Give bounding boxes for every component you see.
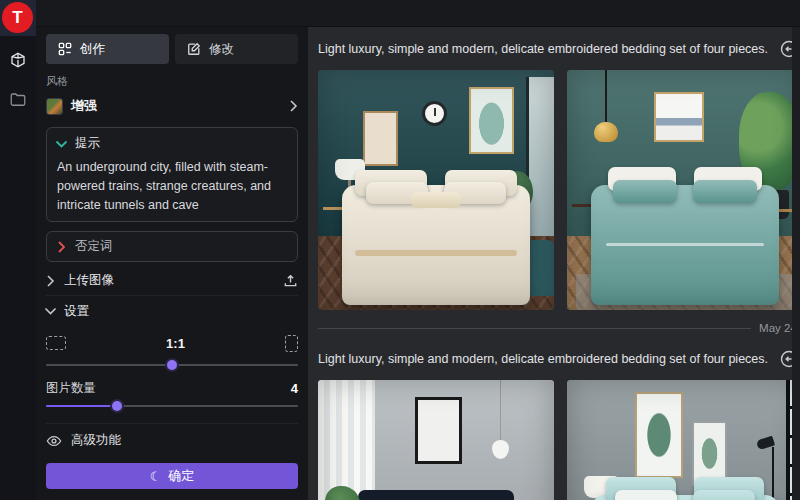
- edit-icon: [187, 42, 201, 56]
- upload-icon[interactable]: [283, 273, 298, 288]
- generation-header: Light luxury, simple and modern, delicat…: [318, 27, 800, 70]
- confirm-button[interactable]: ☾ 确定: [46, 463, 298, 489]
- top-bar: [0, 0, 800, 27]
- mode-tabs: 创作 修改: [46, 34, 298, 64]
- settings-header-row[interactable]: 设置: [46, 296, 298, 326]
- prompt-input-text[interactable]: An underground city, filled with steam-p…: [57, 158, 287, 214]
- portrait-ratio-icon[interactable]: [285, 335, 298, 352]
- app-window: T 创作 修改: [0, 0, 800, 500]
- grid-icon: [58, 42, 72, 56]
- tab-create-label: 创作: [80, 41, 105, 58]
- bed: [591, 495, 780, 500]
- wall-art: [654, 92, 704, 142]
- wall-art: [469, 87, 514, 154]
- style-value: 增强: [71, 97, 281, 115]
- folder-icon[interactable]: [0, 85, 36, 115]
- negative-prompt-box[interactable]: 否定词: [46, 231, 298, 262]
- gallery-panel: Light luxury, simple and modern, delicat…: [308, 27, 800, 500]
- bed: [591, 185, 780, 305]
- chevron-right-icon: [289, 100, 298, 112]
- image-grid-row-1: [318, 70, 800, 310]
- image-count-row: 图片数量 4: [46, 380, 298, 397]
- date-divider: May 24,: [318, 319, 800, 337]
- duvet-trim: [355, 250, 517, 256]
- chevron-right-icon: [57, 241, 66, 253]
- left-rail: T: [0, 0, 36, 500]
- cushion: [411, 192, 460, 208]
- tab-edit-label: 修改: [209, 41, 234, 58]
- upload-image-label: 上传图像: [64, 272, 114, 289]
- image-grid-row-2: [318, 380, 800, 500]
- duvet-trim: [606, 243, 765, 246]
- image-count-label: 图片数量: [46, 380, 96, 397]
- negative-prompt-header[interactable]: 否定词: [57, 238, 287, 255]
- wall-art: [692, 421, 727, 486]
- moon-sparkle-icon: ☾: [150, 469, 162, 484]
- aspect-ratio-slider[interactable]: [46, 358, 298, 372]
- landscape-ratio-icon[interactable]: [46, 336, 66, 350]
- confirm-button-label: 确定: [168, 467, 194, 485]
- slider-fill: [46, 405, 117, 407]
- negative-prompt-label: 否定词: [75, 238, 113, 255]
- prompt-header[interactable]: 提示: [57, 135, 287, 152]
- curtain: [318, 380, 375, 500]
- pendant-lamp: [605, 70, 607, 122]
- image-count-slider[interactable]: [46, 399, 298, 413]
- advanced-features-row[interactable]: 高级功能: [46, 423, 298, 457]
- settings-label: 设置: [64, 303, 89, 320]
- headboard: [358, 490, 514, 500]
- style-thumbnail: [46, 98, 63, 115]
- floor-lamp: [772, 447, 774, 500]
- generated-image-3[interactable]: [318, 380, 554, 500]
- pillow: [693, 490, 755, 500]
- wall-art: [363, 111, 398, 166]
- bed: [342, 185, 531, 305]
- generation-prompt-text: Light luxury, simple and modern, delicat…: [318, 352, 768, 366]
- chevron-down-icon: [57, 138, 66, 150]
- generation-header: Light luxury, simple and modern, delicat…: [318, 337, 800, 380]
- cube-icon[interactable]: [0, 45, 36, 75]
- eye-icon: [46, 433, 62, 449]
- slider-handle[interactable]: [112, 401, 122, 411]
- generated-image-2[interactable]: [567, 70, 800, 310]
- wall-clock: [422, 101, 447, 126]
- scrollbar[interactable]: [792, 27, 800, 500]
- generation-prompt-text: Light luxury, simple and modern, delicat…: [318, 42, 768, 56]
- aspect-ratio-value: 1:1: [66, 336, 285, 351]
- wall-art: [635, 392, 682, 478]
- image-count-value: 4: [291, 381, 298, 396]
- app-logo[interactable]: T: [2, 2, 33, 33]
- tab-edit[interactable]: 修改: [175, 34, 298, 64]
- aspect-ratio-row: 1:1: [46, 330, 298, 356]
- advanced-features-label: 高级功能: [71, 432, 121, 449]
- generation-panel: 创作 修改 风格 增强 提示 An under: [36, 27, 308, 500]
- pillow: [615, 490, 677, 500]
- upload-image-row[interactable]: 上传图像: [46, 266, 298, 296]
- prompt-box[interactable]: 提示 An underground city, filled with stea…: [46, 127, 298, 222]
- generated-image-1[interactable]: [318, 70, 554, 310]
- generated-image-4[interactable]: [567, 380, 800, 500]
- chevron-right-icon: [46, 275, 55, 287]
- wall-art: [415, 397, 462, 464]
- slider-handle[interactable]: [167, 360, 177, 370]
- pillow: [613, 180, 677, 203]
- chevron-down-icon: [46, 305, 55, 317]
- pendant-lamp: [500, 380, 501, 440]
- tab-create[interactable]: 创作: [46, 34, 169, 64]
- divider-line: [318, 328, 751, 329]
- pillow: [693, 180, 757, 203]
- style-section-label: 风格: [46, 74, 298, 89]
- prompt-label: 提示: [75, 135, 100, 152]
- style-selector[interactable]: 增强: [46, 94, 298, 118]
